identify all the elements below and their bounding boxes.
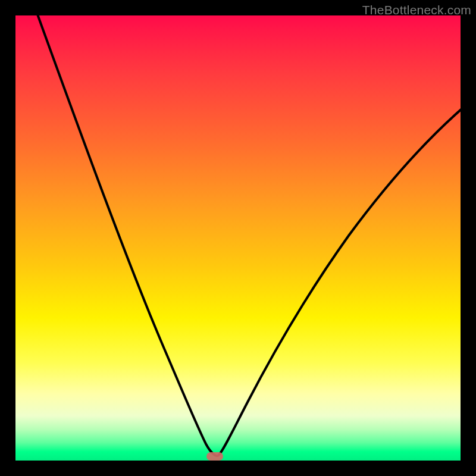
watermark-text: TheBottleneck.com [362,3,471,17]
curve-path [36,15,461,456]
bottleneck-curve [15,15,461,461]
minimum-marker [206,452,223,461]
chart-frame: TheBottleneck.com [0,0,476,476]
plot-area [15,15,461,461]
